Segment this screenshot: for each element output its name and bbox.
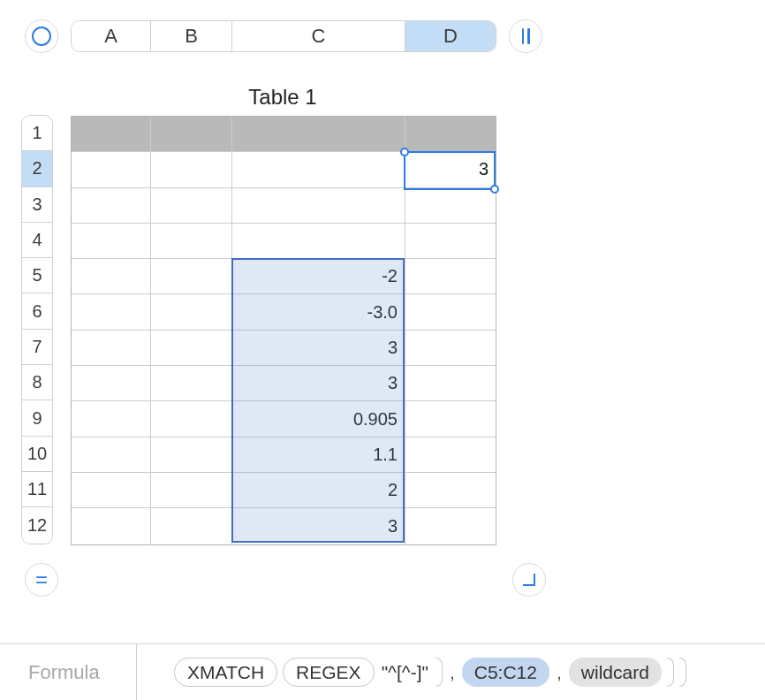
formula-token-function[interactable]: XMATCH: [174, 658, 277, 687]
cell-B3[interactable]: [151, 188, 232, 224]
formula-token-string[interactable]: "^[^-]": [380, 658, 430, 687]
column-header-C[interactable]: C: [232, 21, 405, 51]
column-headers: A B C D: [71, 20, 496, 52]
cell-C6[interactable]: -3.0: [232, 294, 405, 330]
cell-D2[interactable]: 3: [405, 152, 496, 187]
column-header-A[interactable]: A: [72, 21, 151, 51]
cell-B2[interactable]: [151, 152, 232, 187]
cell-C8[interactable]: 3: [232, 366, 405, 401]
paren-close-icon: [679, 658, 686, 687]
corner-resize-icon: [523, 574, 535, 586]
formula-token-function[interactable]: REGEX: [283, 658, 375, 687]
select-all-circle-button[interactable]: [25, 19, 58, 53]
cell-D11[interactable]: [405, 473, 496, 508]
row-header-4[interactable]: 4: [22, 223, 52, 258]
row-header-7[interactable]: 7: [22, 330, 52, 365]
cell-B5[interactable]: [151, 259, 232, 294]
formula-bar: Formula XMATCH REGEX "^[^-]" , C5:C12 , …: [0, 643, 765, 700]
cell-C12[interactable]: 3: [232, 508, 405, 544]
cell-B9[interactable]: [151, 401, 232, 437]
cell-A3[interactable]: [72, 188, 151, 224]
cell-B1-header[interactable]: [151, 117, 232, 152]
cell-A8[interactable]: [72, 366, 151, 401]
row-header-6[interactable]: 6: [22, 293, 52, 329]
spreadsheet-grid[interactable]: 3 -2 -3.0 3 3 0.905: [71, 116, 496, 545]
paren-close-icon: [667, 658, 674, 687]
cell-A9[interactable]: [72, 401, 151, 437]
cell-D3[interactable]: [405, 188, 496, 224]
cell-C10[interactable]: 1.1: [232, 438, 405, 473]
pause-icon: [522, 28, 525, 44]
cell-B12[interactable]: [151, 508, 232, 544]
row-header-9[interactable]: 9: [22, 400, 52, 436]
row-headers: 1 2 3 4 5 6 7 8 9 10 11 12: [21, 115, 53, 544]
cell-C9[interactable]: 0.905: [232, 401, 405, 437]
cell-B10[interactable]: [151, 438, 232, 473]
formula-token-reference[interactable]: C5:C12: [462, 658, 549, 687]
formula-label: Formula: [0, 644, 137, 700]
formula-comma: ,: [448, 662, 457, 683]
row-header-1[interactable]: 1: [22, 116, 52, 151]
cell-A2[interactable]: [72, 152, 151, 187]
cell-C4[interactable]: [232, 224, 405, 259]
formula-token-argument[interactable]: wildcard: [569, 658, 662, 687]
cell-A10[interactable]: [72, 438, 151, 473]
cell-B8[interactable]: [151, 366, 232, 401]
row-header-11[interactable]: 11: [22, 472, 52, 507]
pause-icon: [527, 28, 530, 44]
cell-C5[interactable]: -2: [232, 259, 405, 294]
cell-C2[interactable]: [232, 152, 405, 187]
row-header-2[interactable]: 2: [22, 151, 52, 186]
cell-A7[interactable]: [72, 331, 151, 366]
cell-A12[interactable]: [72, 508, 151, 544]
cell-A5[interactable]: [72, 259, 151, 294]
cell-D8[interactable]: [405, 366, 496, 401]
row-handle-button[interactable]: =: [25, 563, 58, 597]
row-header-12[interactable]: 12: [22, 507, 52, 543]
row-header-10[interactable]: 10: [22, 437, 52, 472]
cell-D9[interactable]: [405, 401, 496, 437]
cell-D1-header[interactable]: [405, 117, 496, 152]
cell-B4[interactable]: [151, 224, 232, 259]
table-title[interactable]: Table 1: [71, 85, 495, 110]
column-header-D[interactable]: D: [405, 21, 496, 51]
cell-C3[interactable]: [232, 188, 405, 224]
table-resize-button[interactable]: [512, 563, 546, 597]
cell-B6[interactable]: [151, 294, 232, 330]
cell-A4[interactable]: [72, 224, 151, 259]
row-header-8[interactable]: 8: [22, 365, 52, 400]
cell-D5[interactable]: [405, 259, 496, 294]
cell-A1-header[interactable]: [72, 117, 151, 152]
cell-A11[interactable]: [72, 473, 151, 508]
column-header-B[interactable]: B: [151, 21, 232, 51]
row-header-3[interactable]: 3: [22, 187, 52, 223]
cell-D7[interactable]: [405, 331, 496, 366]
cell-C11[interactable]: 2: [232, 473, 405, 508]
paren-close-icon: [436, 658, 443, 687]
row-header-5[interactable]: 5: [22, 258, 52, 293]
cell-C7[interactable]: 3: [232, 331, 405, 366]
equals-icon: =: [35, 567, 48, 592]
formula-comma: ,: [555, 662, 564, 683]
formula-content[interactable]: XMATCH REGEX "^[^-]" , C5:C12 , wildcard: [137, 658, 686, 687]
cell-D6[interactable]: [405, 294, 496, 330]
cell-B11[interactable]: [151, 473, 232, 508]
cell-C1-header[interactable]: [232, 117, 405, 152]
cell-D4[interactable]: [405, 224, 496, 259]
circle-icon: [32, 27, 51, 46]
cell-A6[interactable]: [72, 294, 151, 330]
column-handle-button[interactable]: [509, 19, 542, 53]
cell-D12[interactable]: [405, 508, 496, 544]
cell-D10[interactable]: [405, 438, 496, 473]
cell-B7[interactable]: [151, 331, 232, 366]
